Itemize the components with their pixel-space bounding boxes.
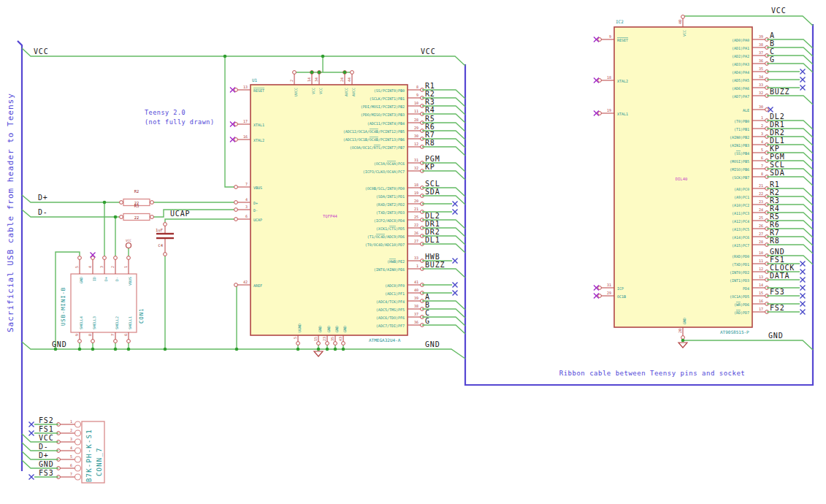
pin-number: 24 <box>340 77 344 82</box>
net-label: A <box>770 31 775 39</box>
net-label: DR1 <box>770 121 784 129</box>
pin-name: (AD1)PA1 <box>732 46 749 50</box>
net-label: D+ <box>39 451 49 459</box>
pin-name: AVCC <box>344 88 348 96</box>
conn7-part-name: B7K-PH-K-S1 <box>85 429 93 482</box>
pin-name: (OC0B/SCL/INT0)PD0 <box>365 186 405 191</box>
pin-end <box>598 79 602 83</box>
no-connect-x <box>800 77 806 83</box>
pin-name: AVCC <box>351 88 356 96</box>
conn7-pin-circle <box>75 474 81 480</box>
conn7-pin-circle <box>75 448 81 454</box>
net-label: VCC <box>771 7 786 15</box>
pin-number: 37 <box>759 50 763 55</box>
pin-name: D+ <box>104 277 108 281</box>
pin-number: 23 <box>322 337 326 341</box>
pin-name: (SCLK/PCINT1)PB1 <box>370 96 405 101</box>
pin-number: 35 <box>330 337 334 341</box>
pin-name: (A8)PC0 <box>734 187 749 191</box>
left-vertical-caption: Sacrificial USB cable from header to Tee… <box>6 93 15 332</box>
no-connect-x <box>800 85 806 91</box>
pin-end <box>234 201 238 205</box>
pin-name: PD4 <box>743 286 749 291</box>
pin-name: (SS)PB4 <box>734 151 749 156</box>
net-label: D- <box>38 208 48 216</box>
pin-number: 25 <box>414 215 418 219</box>
pin-number: 4 <box>245 197 248 202</box>
net-label: R7 <box>770 229 780 237</box>
pin-name: D- <box>115 277 119 281</box>
net-label: SDA <box>770 169 784 177</box>
pin-number: 18 <box>414 183 418 187</box>
pin-number: 29 <box>414 126 418 130</box>
pin-number: 36 <box>759 58 763 63</box>
pin-name: (SDA/INT1)PD1 <box>376 194 405 199</box>
pin-number: 7 <box>245 182 248 186</box>
pin-name: AREF <box>253 283 262 288</box>
net-label: R6 <box>770 221 780 229</box>
pin-number: 3 <box>245 205 248 209</box>
U1-part-name: ATMEGA32U4-A <box>369 337 401 343</box>
pin-name: (A10)PC2 <box>732 203 749 207</box>
no-connect-x <box>800 310 806 315</box>
pin-name: (OC0A/OC1C/RTS/PCINT7)PB7 <box>350 145 405 150</box>
pin-name: (ADC0)PF0 <box>385 283 405 288</box>
c4-reference: C4 <box>158 243 163 248</box>
pin-number: 14 <box>759 283 763 287</box>
pin-number: 2 <box>70 428 72 432</box>
net-label: FS1 <box>39 425 53 433</box>
pin-end <box>150 215 154 219</box>
net-label: SDA <box>425 188 440 196</box>
pin-name: D+ <box>253 201 258 205</box>
junction-dot <box>127 348 131 351</box>
net-label: R5 <box>425 115 435 123</box>
junction-dot <box>334 348 337 351</box>
pin-name: (OC1A)PD5 <box>730 294 749 299</box>
pin-name: UVCC <box>294 88 298 96</box>
pin-name: (INT0)PD2 <box>730 270 749 275</box>
pin-number: 9 <box>74 334 79 336</box>
pin-number: 43 <box>338 337 343 341</box>
pin-name: XTAL2 <box>617 79 628 83</box>
pin-number: 12 <box>759 267 763 271</box>
pin-end <box>164 253 167 256</box>
pin-name: (AD2)PA2 <box>732 54 749 58</box>
pin-number: 7 <box>110 334 115 336</box>
pin-name: (T0/OC4D/ADC10)PD7 <box>365 243 405 247</box>
pin-name: (ICP2/ADC8)PD4 <box>374 218 405 223</box>
junction-dot <box>342 348 345 351</box>
pin-end <box>114 256 118 260</box>
junction-dot <box>235 348 239 351</box>
net-label: GND <box>52 340 66 348</box>
pin-number: 30 <box>759 104 763 109</box>
pin-number: 15 <box>313 337 318 341</box>
conn7-pin-circle <box>75 439 81 445</box>
net-label: DL1 <box>770 137 784 145</box>
pin-name: SHELL3 <box>92 316 96 329</box>
R3-value: 22 <box>134 215 139 220</box>
gnd-symbol <box>678 343 687 348</box>
pin-end <box>150 201 154 205</box>
net-label: R6 <box>425 123 435 131</box>
pin-number: 13 <box>243 85 248 89</box>
pin-number: 40 <box>678 20 682 24</box>
pin-number: 38 <box>759 42 763 47</box>
junction-dot <box>91 348 95 351</box>
U1-reference: U1 <box>252 77 258 83</box>
net-label: DR2 <box>425 228 440 236</box>
pin-number: 6 <box>70 463 72 467</box>
conn7-reference: CONN_7 <box>96 447 103 476</box>
pin-number: 19 <box>607 108 611 112</box>
net-label: D- <box>39 443 49 451</box>
pin-number: 28 <box>759 240 763 244</box>
pin-name: (MISO)PB6 <box>730 167 749 172</box>
pin-number: 6 <box>245 214 248 218</box>
net-label: B <box>425 301 430 309</box>
pin-number: 20 <box>678 329 682 333</box>
pin-end <box>103 256 107 260</box>
pin-name: (A12)PC4 <box>732 219 749 224</box>
gnd-symbol <box>314 351 323 356</box>
pin-name: (AD7)PA7 <box>732 94 749 99</box>
pin-name: (AD3)PA3 <box>732 62 749 66</box>
pin-name: (AD0)PA0 <box>732 38 749 42</box>
